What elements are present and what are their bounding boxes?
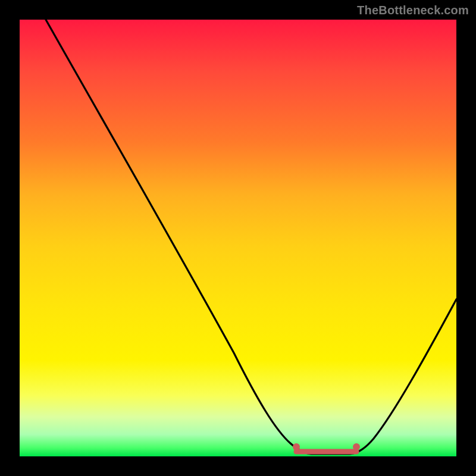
watermark-text: TheBottleneck.com: [357, 4, 469, 17]
flat-right-dot: [353, 443, 360, 450]
plot-area: [20, 20, 456, 456]
curve-layer: [20, 20, 456, 456]
bottleneck-curve: [46, 20, 456, 454]
chart-stage: TheBottleneck.com: [0, 0, 476, 476]
flat-left-dot: [293, 443, 300, 450]
